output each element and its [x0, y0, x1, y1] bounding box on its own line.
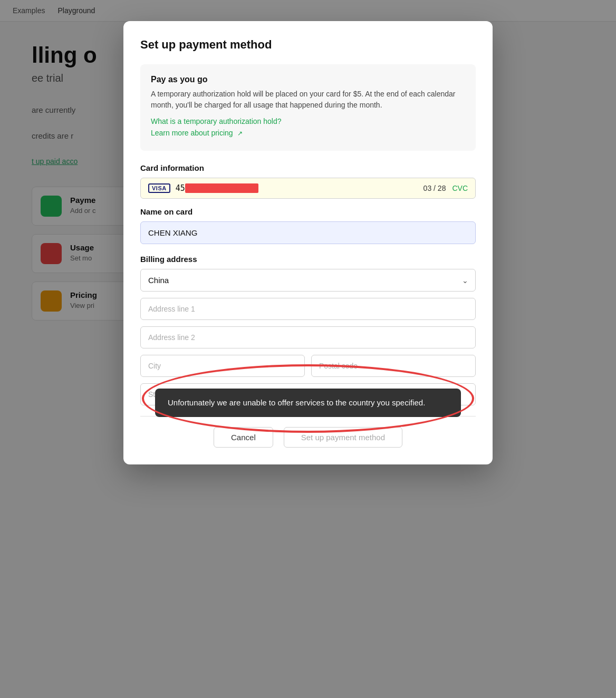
country-select[interactable]: China United States United Kingdom Canad… [140, 269, 476, 292]
name-on-card-label: Name on card [140, 207, 476, 216]
payment-modal: Set up payment method Pay as you go A te… [123, 21, 493, 464]
address-line1-input[interactable] [140, 298, 476, 320]
card-expiry: 03 / 28 [424, 184, 446, 192]
toast-message: Unfortunately we are unable to offer ser… [168, 398, 425, 407]
payg-section: Pay as you go A temporary authorization … [140, 64, 476, 151]
error-toast: Unfortunately we are unable to offer ser… [155, 389, 461, 418]
billing-address-label: Billing address [140, 255, 476, 264]
cancel-button[interactable]: Cancel [214, 427, 273, 448]
card-input-row[interactable]: VISA 45•• •••• •••• •• 03 / 28 CVC [140, 178, 476, 199]
card-number-visible: 45 [176, 183, 185, 193]
payg-title: Pay as you go [151, 75, 465, 84]
city-postal-row [140, 355, 476, 377]
modal-footer: Cancel Set up payment method [140, 416, 476, 448]
country-select-wrapper: China United States United Kingdom Canad… [140, 269, 476, 292]
name-on-card-input[interactable] [140, 221, 476, 244]
visa-badge: VISA [148, 183, 170, 193]
payg-link1[interactable]: What is a temporary authorization hold? [151, 117, 465, 125]
card-info-label: Card information [140, 163, 476, 172]
card-cvc: CVC [452, 184, 468, 192]
external-link-icon: ↗ [237, 130, 243, 137]
payg-description: A temporary authorization hold will be p… [151, 89, 465, 111]
card-number-masked: •• •••• •••• •• [185, 183, 258, 193]
payg-link2-text: Learn more about pricing [151, 129, 233, 137]
modal-overlay: Set up payment method Pay as you go A te… [0, 0, 616, 698]
payg-link2[interactable]: Learn more about pricing ↗ [151, 129, 465, 137]
city-input[interactable] [140, 355, 305, 377]
address-line2-input[interactable] [140, 326, 476, 348]
modal-title: Set up payment method [140, 38, 476, 52]
card-number: 45•• •••• •••• •• [176, 183, 424, 193]
postal-code-input[interactable] [311, 355, 476, 377]
submit-button[interactable]: Set up payment method [284, 427, 402, 448]
